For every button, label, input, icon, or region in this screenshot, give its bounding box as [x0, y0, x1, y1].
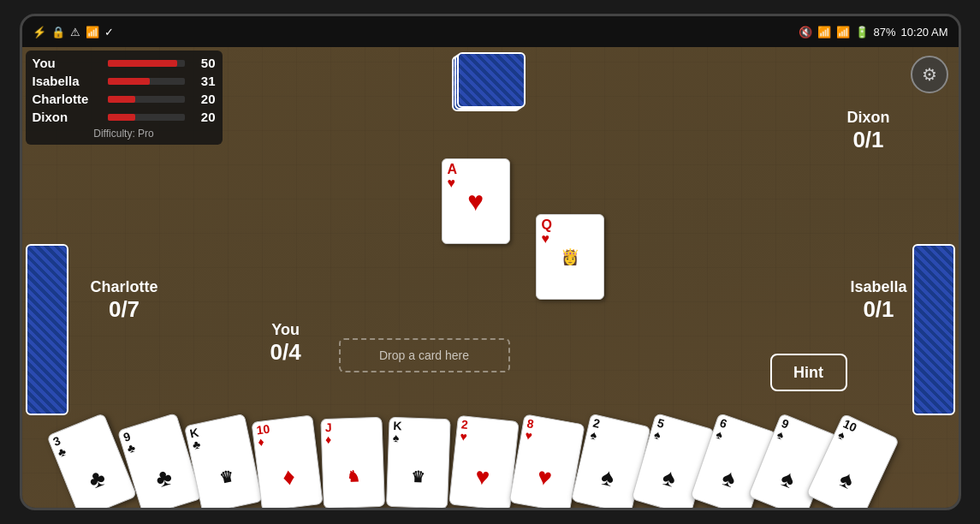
- usb-icon: ⚡: [33, 26, 46, 39]
- hand-card-3[interactable]: 10♦ ♦: [251, 414, 323, 508]
- hint-label: Hint: [793, 364, 823, 382]
- score-val-dixon: 20: [192, 110, 216, 124]
- you-name: You: [270, 321, 301, 339]
- status-icons-left: ⚡ 🔒 ⚠ 📶 ✓: [33, 26, 114, 39]
- score-name-dixon: Dixon: [33, 110, 101, 124]
- score-bar-wrap-dixon: [108, 114, 185, 121]
- battery-percent: 87%: [874, 26, 896, 39]
- hand-card-6[interactable]: 2♥ ♥: [448, 415, 520, 508]
- difficulty-label: Difficulty: Pro: [33, 128, 216, 140]
- mute-icon: 🔇: [799, 26, 812, 39]
- side-deck-right: [912, 244, 955, 415]
- you-score: 0/4: [270, 339, 301, 366]
- dixon-name: Dixon: [846, 109, 889, 127]
- battery-icon: 🔋: [855, 26, 869, 39]
- status-icons-right: 🔇 📶 📶 🔋 87% 10:20 AM: [799, 26, 948, 39]
- score-val-isabella: 31: [192, 74, 216, 88]
- game-area: You 50 Isabella 31 Charlotte 20: [22, 47, 959, 508]
- charlotte-score: 0/7: [91, 296, 158, 323]
- deck-top[interactable]: [452, 56, 529, 116]
- score-bar-wrap-isabella: [108, 78, 185, 85]
- wifi-signal-icon: 📶: [817, 26, 831, 39]
- queen-rank-top: Q♥: [542, 218, 552, 246]
- ace-center: ♥: [467, 188, 484, 215]
- score-bar-wrap-you: [108, 60, 185, 67]
- card-suit-6: ♥: [449, 444, 515, 508]
- score-bar-isabella: [108, 78, 151, 85]
- ace-rank-top: A♥: [448, 163, 458, 190]
- drop-zone[interactable]: Drop a card here: [339, 338, 510, 372]
- check-icon: ✓: [104, 26, 114, 39]
- score-row-isabella: Isabella 31: [33, 74, 216, 88]
- dixon-score: 0/1: [846, 127, 889, 153]
- wifi-icon: 📶: [86, 26, 99, 39]
- queen-center: 👸: [557, 244, 583, 270]
- card-suit-5: ♛: [387, 445, 448, 508]
- charlotte-name: Charlotte: [91, 278, 158, 296]
- score-val-you: 50: [192, 56, 216, 70]
- score-bar-charlotte: [108, 96, 135, 103]
- hand-card-5[interactable]: K♠ ♛: [386, 417, 451, 508]
- isabella-score: 0/1: [850, 296, 906, 323]
- isabella-label: Isabella 0/1: [850, 278, 906, 323]
- score-bar-dixon: [108, 114, 135, 121]
- phone-frame: ⚡ 🔒 ⚠ 📶 ✓ 🔇 📶 📶 🔋 87% 10:20 AM You 50: [20, 14, 961, 510]
- drop-zone-label: Drop a card here: [379, 348, 469, 362]
- score-name-you: You: [33, 56, 101, 70]
- hand-area: 3♣ ♣ 9♣ ♣ K♣ ♛ 10♦ ♦ J♦ ♞: [22, 405, 959, 508]
- deck-card-1: [457, 52, 526, 108]
- charlotte-label: Charlotte 0/7: [91, 278, 158, 323]
- score-row-you: You 50: [33, 56, 216, 70]
- isabella-name: Isabella: [850, 278, 906, 296]
- settings-button[interactable]: ⚙: [911, 56, 948, 93]
- you-label: You 0/4: [270, 321, 301, 366]
- hand-card-4[interactable]: J♦ ♞: [320, 417, 385, 508]
- score-name-isabella: Isabella: [33, 74, 101, 88]
- side-deck-left: [26, 244, 68, 415]
- status-bar: ⚡ 🔒 ⚠ 📶 ✓ 🔇 📶 📶 🔋 87% 10:20 AM: [22, 16, 959, 47]
- score-bar-wrap-charlotte: [108, 96, 185, 103]
- card-rank-4: J♦: [321, 418, 382, 447]
- lock-icon: 🔒: [51, 26, 65, 39]
- card-suit-3: ♦: [255, 443, 322, 508]
- card-suit-4: ♞: [322, 445, 383, 508]
- dixon-label: Dixon 0/1: [846, 109, 889, 153]
- card-suit-7: ♥: [509, 442, 579, 508]
- hand-card-0[interactable]: 3♣ ♣: [46, 413, 137, 508]
- settings-icon: ⚙: [922, 64, 937, 85]
- score-name-charlotte: Charlotte: [33, 92, 101, 106]
- hint-button[interactable]: Hint: [770, 354, 847, 391]
- card-suit-2: ♛: [190, 441, 261, 508]
- score-val-charlotte: 20: [192, 92, 216, 106]
- time-display: 10:20 AM: [901, 26, 948, 39]
- table-card-ace: A♥ ♥: [442, 158, 510, 244]
- score-panel: You 50 Isabella 31 Charlotte 20: [26, 51, 223, 145]
- score-bar-you: [108, 60, 177, 67]
- score-row-dixon: Dixon 20: [33, 110, 216, 124]
- signal-bars-icon: 📶: [836, 26, 850, 39]
- alert-icon: ⚠: [70, 26, 80, 39]
- table-card-queen: Q♥ 👸: [536, 214, 604, 300]
- card-rank-5: K♠: [389, 418, 449, 447]
- score-row-charlotte: Charlotte 20: [33, 92, 216, 106]
